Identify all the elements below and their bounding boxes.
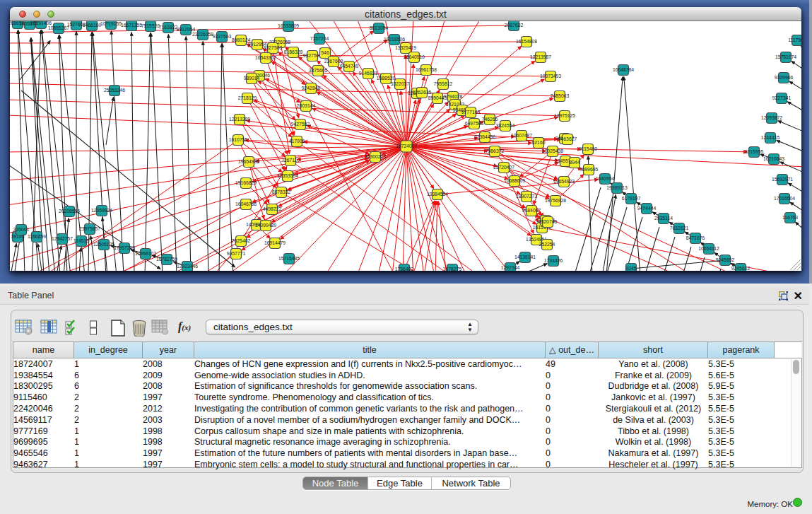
svg-text:8944: 8944 bbox=[569, 160, 579, 165]
svg-text:1262635: 1262635 bbox=[413, 90, 432, 95]
svg-text:1117504: 1117504 bbox=[788, 37, 801, 42]
svg-text:19654923: 19654923 bbox=[553, 179, 575, 184]
svg-text:16671355: 16671355 bbox=[121, 23, 142, 28]
svg-text:17016504: 17016504 bbox=[774, 196, 795, 201]
svg-text:16046766: 16046766 bbox=[235, 201, 257, 206]
svg-text:3875605: 3875605 bbox=[309, 68, 328, 73]
svg-text:15716485: 15716485 bbox=[278, 256, 300, 261]
svg-text:15751074: 15751074 bbox=[775, 54, 796, 59]
svg-text:15720407: 15720407 bbox=[493, 165, 514, 170]
svg-text:19166825: 19166825 bbox=[235, 180, 257, 185]
svg-text:14099489: 14099489 bbox=[255, 223, 276, 228]
svg-text:1156859: 1156859 bbox=[28, 234, 46, 239]
svg-text:6179197: 6179197 bbox=[622, 196, 641, 201]
svg-text:9245652: 9245652 bbox=[716, 257, 735, 262]
svg-text:1588520: 1588520 bbox=[377, 76, 396, 81]
svg-text:1678275: 1678275 bbox=[443, 267, 462, 271]
svg-text:335001: 335001 bbox=[13, 227, 30, 232]
svg-text:9327503: 9327503 bbox=[213, 34, 232, 39]
svg-text:2718129: 2718129 bbox=[238, 95, 257, 100]
svg-text:4498222: 4498222 bbox=[263, 206, 282, 211]
svg-text:116753: 116753 bbox=[782, 215, 798, 220]
svg-text:10655267: 10655267 bbox=[48, 25, 69, 30]
svg-text:1244415: 1244415 bbox=[761, 135, 780, 140]
svg-text:18724007: 18724007 bbox=[396, 144, 417, 148]
svg-text:10654112: 10654112 bbox=[698, 246, 719, 251]
svg-text:12353594: 12353594 bbox=[277, 173, 298, 178]
svg-text:16961758: 16961758 bbox=[416, 67, 437, 72]
svg-text:10719155: 10719155 bbox=[100, 21, 122, 26]
svg-text:23226058: 23226058 bbox=[192, 32, 213, 37]
svg-text:6497508: 6497508 bbox=[465, 121, 484, 126]
svg-text:10688609: 10688609 bbox=[504, 178, 525, 183]
svg-text:8912954: 8912954 bbox=[177, 27, 196, 32]
svg-text:114519: 114519 bbox=[73, 238, 89, 243]
svg-text:417006: 417006 bbox=[289, 139, 305, 144]
svg-text:18640910: 18640910 bbox=[404, 54, 425, 59]
svg-text:16210643: 16210643 bbox=[763, 156, 784, 161]
svg-text:1292344: 1292344 bbox=[501, 265, 520, 270]
svg-text:9794028: 9794028 bbox=[444, 94, 463, 99]
svg-text:10973493: 10973493 bbox=[540, 74, 561, 78]
svg-text:5322037: 5322037 bbox=[391, 81, 410, 86]
svg-text:3267110: 3267110 bbox=[281, 158, 300, 163]
svg-text:13325419: 13325419 bbox=[395, 45, 416, 50]
svg-text:2367608: 2367608 bbox=[324, 59, 343, 64]
svg-text:7986372: 7986372 bbox=[486, 148, 505, 153]
svg-text:16914479: 16914479 bbox=[264, 240, 286, 245]
svg-text:10607487: 10607487 bbox=[511, 133, 532, 138]
svg-text:9227341: 9227341 bbox=[772, 95, 792, 100]
svg-text:8186328: 8186328 bbox=[284, 49, 303, 54]
svg-text:17957255: 17957255 bbox=[114, 245, 135, 250]
svg-text:1640954: 1640954 bbox=[596, 176, 615, 181]
svg-text:8471676: 8471676 bbox=[686, 235, 705, 240]
svg-text:6466160: 6466160 bbox=[83, 23, 102, 28]
svg-text:9242848: 9242848 bbox=[302, 86, 321, 90]
svg-text:10958107: 10958107 bbox=[135, 251, 156, 256]
svg-text:16782759: 16782759 bbox=[156, 257, 177, 262]
svg-text:7625402: 7625402 bbox=[232, 238, 251, 243]
svg-text:9777169: 9777169 bbox=[461, 110, 481, 115]
svg-text:12359924: 12359924 bbox=[91, 208, 112, 213]
svg-text:16543362: 16543362 bbox=[255, 55, 276, 60]
svg-text:12213987: 12213987 bbox=[530, 54, 551, 59]
svg-text:16648784: 16648784 bbox=[613, 67, 634, 72]
svg-text:18907273: 18907273 bbox=[516, 194, 537, 199]
svg-text:19654985: 19654985 bbox=[238, 159, 259, 164]
svg-text:10025438: 10025438 bbox=[542, 148, 563, 153]
svg-text:9245: 9245 bbox=[625, 266, 636, 271]
svg-text:20206535: 20206535 bbox=[59, 209, 80, 214]
svg-text:15300273: 15300273 bbox=[365, 154, 386, 159]
svg-text:9184067: 9184067 bbox=[522, 208, 541, 213]
svg-text:7955812: 7955812 bbox=[434, 81, 453, 86]
svg-text:8454749: 8454749 bbox=[340, 64, 359, 69]
svg-text:546: 546 bbox=[321, 50, 329, 55]
svg-text:8813054: 8813054 bbox=[370, 25, 389, 30]
svg-text:19384554: 19384554 bbox=[427, 192, 448, 197]
svg-text:7485063: 7485063 bbox=[551, 93, 570, 98]
svg-text:2803144: 2803144 bbox=[297, 103, 316, 108]
svg-text:12923446: 12923446 bbox=[177, 264, 198, 269]
svg-text:3824554: 3824554 bbox=[496, 123, 515, 128]
svg-text:21364436: 21364436 bbox=[474, 134, 495, 139]
svg-text:9146821: 9146821 bbox=[359, 71, 378, 76]
svg-text:1320746: 1320746 bbox=[539, 219, 558, 224]
svg-text:7515526: 7515526 bbox=[141, 23, 160, 28]
svg-text:19218506: 19218506 bbox=[384, 37, 405, 42]
svg-text:9463627: 9463627 bbox=[558, 136, 577, 141]
svg-text:989014: 989014 bbox=[244, 76, 260, 81]
svg-text:25053346: 25053346 bbox=[104, 88, 125, 93]
svg-text:12975125: 12975125 bbox=[554, 113, 575, 118]
svg-text:252254: 252254 bbox=[539, 242, 555, 247]
svg-text:9457771: 9457771 bbox=[227, 251, 246, 256]
svg-text:12505135: 12505135 bbox=[93, 242, 114, 247]
svg-text:2935114: 2935114 bbox=[654, 216, 673, 221]
svg-text:8215955: 8215955 bbox=[745, 149, 764, 154]
svg-text:19756928: 19756928 bbox=[545, 198, 566, 203]
svg-text:16154808: 16154808 bbox=[516, 39, 537, 44]
svg-text:9245612: 9245612 bbox=[731, 266, 751, 271]
svg-text:15692971: 15692971 bbox=[772, 177, 793, 182]
svg-text:7632621: 7632621 bbox=[670, 226, 689, 230]
svg-text:9474444: 9474444 bbox=[637, 206, 657, 211]
svg-text:1733426: 1733426 bbox=[544, 258, 563, 263]
